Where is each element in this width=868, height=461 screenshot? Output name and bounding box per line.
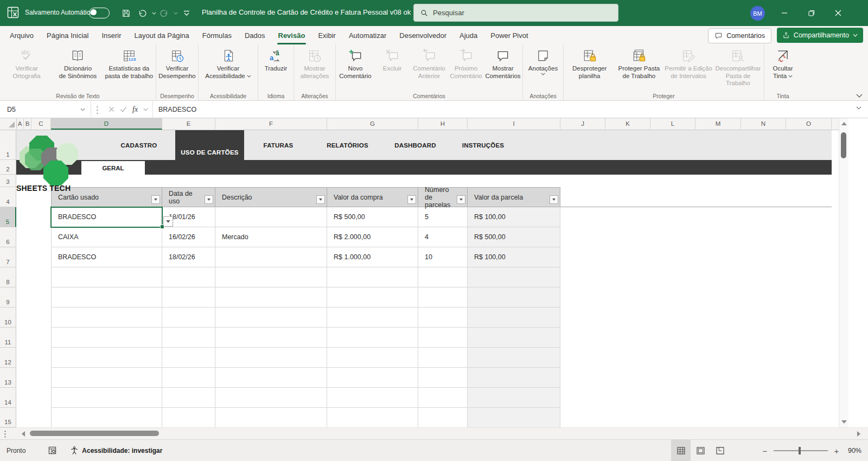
cell-E14[interactable] xyxy=(162,388,215,408)
cell-G15[interactable] xyxy=(327,408,418,427)
page-break-view-button[interactable] xyxy=(710,440,730,461)
cell-F5[interactable] xyxy=(215,207,327,227)
zoom-in-button[interactable]: + xyxy=(833,446,840,456)
cell-H14[interactable] xyxy=(418,388,468,408)
cell-I5[interactable]: R$ 100,00 xyxy=(468,207,560,227)
cell-I6[interactable]: R$ 500,00 xyxy=(468,227,560,247)
cell-I7[interactable]: R$ 100,00 xyxy=(468,247,560,267)
row-header-2[interactable]: 2 xyxy=(0,160,16,175)
cell-H5[interactable]: 5 xyxy=(418,207,468,227)
notes-button[interactable]: Anotações xyxy=(524,47,562,75)
tab-power-pivot[interactable]: Power Pivot xyxy=(484,26,534,44)
zoom-slider[interactable] xyxy=(774,450,828,451)
filter-dropdown-icon[interactable] xyxy=(205,195,213,204)
cell-H15[interactable] xyxy=(418,408,468,427)
subtab-geral[interactable]: GERAL xyxy=(81,161,145,175)
restore-button[interactable] xyxy=(799,0,824,26)
cell-F15[interactable] xyxy=(215,408,327,427)
filter-dropdown-icon[interactable] xyxy=(550,195,558,204)
filter-dropdown-icon[interactable] xyxy=(457,195,465,204)
row-header-8[interactable]: 8 xyxy=(0,267,16,287)
formulabar-expand-icon[interactable] xyxy=(856,106,861,110)
cell-D15[interactable] xyxy=(51,408,162,427)
filter-dropdown-icon[interactable] xyxy=(407,195,416,204)
tab-revisão[interactable]: Revisão xyxy=(272,26,312,44)
tab-página-inicial[interactable]: Página Inicial xyxy=(40,26,95,44)
zoom-slider-thumb[interactable] xyxy=(799,447,801,454)
scroll-right-icon[interactable] xyxy=(857,431,860,437)
cell-G9[interactable] xyxy=(327,287,418,308)
cell-E13[interactable] xyxy=(162,368,215,388)
workbook-statistics-button[interactable]: 123 Estatísticas dapasta de trabalho xyxy=(104,47,155,80)
cell-H6[interactable]: 4 xyxy=(418,227,468,247)
column-header-D[interactable]: D xyxy=(51,118,162,130)
cell-D12[interactable] xyxy=(51,348,162,368)
protect-workbook-button[interactable]: Proteger Pastade Trabalho xyxy=(614,47,663,80)
column-header-G[interactable]: G xyxy=(327,118,418,129)
column-header-A[interactable]: A xyxy=(16,118,24,129)
cell-F14[interactable] xyxy=(215,388,327,408)
cell-F10[interactable] xyxy=(215,308,327,328)
check-performance-button[interactable]: VerificarDesempenho xyxy=(157,47,197,80)
cell-E12[interactable] xyxy=(162,348,215,368)
cell-D7[interactable]: BRADESCO xyxy=(51,247,162,267)
row-header-11[interactable]: 11 xyxy=(0,328,16,348)
excel-app-icon[interactable] xyxy=(7,7,19,18)
cell-E15[interactable] xyxy=(162,408,215,427)
filter-dropdown-icon[interactable] xyxy=(151,195,160,204)
cell-H12[interactable] xyxy=(418,348,468,368)
cell-E9[interactable] xyxy=(162,287,215,308)
tab-automatizar[interactable]: Automatizar xyxy=(342,26,393,44)
select-all-button[interactable] xyxy=(0,118,17,129)
cell-E7[interactable]: 18/02/26 xyxy=(162,247,215,267)
hide-ink-button[interactable]: Ocultar Tinta xyxy=(765,47,800,80)
check-accessibility-button[interactable]: Verificar Acessibilidade xyxy=(200,47,257,80)
cell-F6[interactable]: Mercado xyxy=(215,227,327,247)
document-title[interactable]: Planilha de Controle de Cartão de Crédit… xyxy=(202,8,420,16)
unprotect-sheet-button[interactable]: Desprotegerplanilha xyxy=(565,47,614,80)
undo-icon[interactable] xyxy=(136,7,149,20)
row-header-1[interactable]: 1 xyxy=(0,130,16,160)
tab-layout-da-página[interactable]: Layout da Página xyxy=(128,26,196,44)
zoom-out-button[interactable]: − xyxy=(762,446,768,456)
minimize-button[interactable] xyxy=(772,0,797,26)
cell-I9[interactable] xyxy=(468,287,560,308)
column-header-M[interactable]: M xyxy=(695,118,741,129)
navtab-relatórios[interactable]: RELATÓRIOS xyxy=(312,130,382,160)
translate-button[interactable]: aã Traduzir xyxy=(259,47,292,73)
name-box[interactable]: D5 xyxy=(0,101,91,118)
column-header-C[interactable]: C xyxy=(31,118,51,129)
vertical-scrollbar[interactable] xyxy=(839,118,848,427)
column-header-N[interactable]: N xyxy=(741,118,786,129)
cell-I12[interactable] xyxy=(468,348,560,368)
cell-E10[interactable] xyxy=(162,308,215,328)
row-header-4[interactable]: 4 xyxy=(0,187,16,207)
thesaurus-button[interactable]: Dicionáriode Sinônimos xyxy=(52,47,103,80)
scroll-left-icon[interactable] xyxy=(22,431,25,437)
column-header-F[interactable]: F xyxy=(215,118,327,129)
cell-F7[interactable] xyxy=(215,247,327,267)
page-layout-view-button[interactable] xyxy=(691,440,710,461)
macro-record-icon[interactable] xyxy=(48,446,56,454)
share-button[interactable]: Compartilhamento xyxy=(777,28,863,43)
row-header-15[interactable]: 15 xyxy=(0,408,16,427)
cell-E8[interactable] xyxy=(162,267,215,287)
cell-G7[interactable]: R$ 1.000,00 xyxy=(327,247,418,267)
namebox-resize-handle[interactable] xyxy=(97,105,98,114)
column-header-K[interactable]: K xyxy=(605,118,650,129)
save-icon[interactable] xyxy=(119,7,132,20)
close-button[interactable] xyxy=(826,0,851,26)
collapse-ribbon-icon[interactable] xyxy=(856,94,863,98)
show-comments-button[interactable]: MostrarComentários xyxy=(484,47,521,80)
cell-H7[interactable]: 10 xyxy=(418,247,468,267)
row-header-9[interactable]: 9 xyxy=(0,287,16,308)
comments-button[interactable]: Comentários xyxy=(708,28,771,43)
tab-desenvolvedor[interactable]: Desenvolvedor xyxy=(393,26,453,44)
cell-G8[interactable] xyxy=(327,267,418,287)
cell-F12[interactable] xyxy=(215,348,327,368)
column-header-E[interactable]: E xyxy=(162,118,215,129)
cell-F8[interactable] xyxy=(215,267,327,287)
cell-H13[interactable] xyxy=(418,368,468,388)
column-header-H[interactable]: H xyxy=(418,118,468,129)
accessibility-status[interactable]: Acessibilidade: investigar xyxy=(71,446,162,454)
